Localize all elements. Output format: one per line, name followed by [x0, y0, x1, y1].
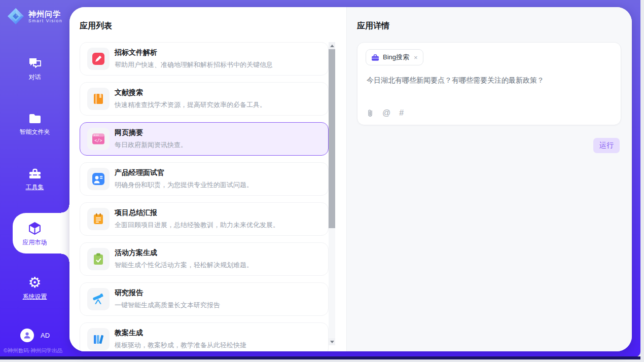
attachment-icon[interactable]: [367, 108, 374, 118]
app-detail-panel: 应用详情 Bing搜索 × 今日湖北有哪些新闻要点？有哪些需要关注的最新政策？: [346, 7, 632, 351]
app-item-title: 产品经理面试官: [115, 168, 253, 177]
main-content: 应用列表 招标文件解析 帮助用户快速、准确地理解和解析招标书中的关键信息: [69, 7, 632, 351]
sidebar-item-toolset[interactable]: 工具集: [0, 167, 69, 192]
diamond-logo-icon: [7, 8, 24, 25]
gear-icon: ⚙: [28, 275, 42, 289]
brand-logo: 神州问学 Smart Vision: [7, 8, 62, 25]
window-bottom-edge: [0, 356, 640, 359]
app-list-panel: 应用列表 招标文件解析 帮助用户快速、准确地理解和解析招标书中的关键信息: [69, 7, 346, 351]
app-item-desc: 每日政府新闻资讯快查。: [115, 140, 187, 150]
app-item-title: 教案生成: [115, 329, 246, 338]
app-item-desc: 模板驱动，教案秒成，教学准备从此轻松快捷: [115, 341, 246, 350]
brand-subtitle: Smart Vision: [28, 18, 62, 23]
svg-text:</>: </>: [94, 138, 102, 143]
copyright-footer: ©神州数码·神州问学出品: [4, 347, 69, 354]
scrollbar-thumb[interactable]: [329, 49, 335, 228]
app-item-bid-analysis[interactable]: 招标文件解析 帮助用户快速、准确地理解和解析招标书中的关键信息: [80, 42, 329, 76]
sidebar-item-label: 工具集: [26, 183, 44, 192]
app-item-lesson-plan[interactable]: 教案生成 模板驱动，教案秒成，教学准备从此轻松快捷: [80, 322, 329, 351]
tool-chip-label: Bing搜索: [383, 53, 409, 62]
bubble-concave-top: [61, 205, 69, 213]
run-button[interactable]: 运行: [593, 138, 620, 153]
scroll-down-icon[interactable]: [329, 338, 335, 345]
close-icon[interactable]: ×: [414, 54, 418, 61]
sidebar-item-label: 系统设置: [23, 293, 47, 301]
app-detail-title: 应用详情: [357, 21, 389, 31]
sidebar-item-settings[interactable]: ⚙ 系统设置: [0, 275, 69, 301]
folder-icon: [28, 113, 42, 125]
sidebar-item-smart-folder[interactable]: 智能文件夹: [0, 113, 69, 136]
cube-icon: [28, 222, 42, 235]
app-item-literature-search[interactable]: 文献搜索 快速精准查找学术资源，提高研究效率的必备工具。: [80, 82, 329, 116]
app-item-title: 招标文件解析: [115, 48, 273, 57]
user-account[interactable]: AD: [20, 329, 50, 342]
input-toolbar: @ #: [367, 108, 404, 118]
app-item-project-summary[interactable]: 项目总结汇报 全面回顾项目进展，总结经验教训，助力未来优化发展。: [80, 202, 329, 236]
brand-name: 神州问学: [28, 10, 62, 18]
app-item-title: 文献搜索: [115, 88, 266, 97]
tool-chip-bing-search[interactable]: Bing搜索 ×: [366, 49, 423, 65]
avatar: [20, 329, 34, 342]
user-initials: AD: [41, 332, 50, 339]
app-item-title: 网页摘要: [115, 128, 187, 137]
sidebar-item-chat[interactable]: 对话: [0, 57, 69, 82]
mention-icon[interactable]: @: [382, 109, 390, 117]
app-item-desc: 全面回顾项目进展，总结经验教训，助力未来优化发展。: [115, 221, 279, 230]
scroll-up-icon[interactable]: [329, 42, 335, 49]
sidebar-item-label: 智能文件夹: [20, 128, 50, 136]
app-item-research-report[interactable]: 研究报告 一键智能生成高质量长文本研究报告: [80, 282, 329, 316]
sidebar-item-label: 应用市场: [23, 238, 47, 247]
interviewer-icon: [87, 168, 110, 190]
book-icon: [87, 88, 110, 110]
browser-code-icon: </>: [87, 128, 110, 150]
app-item-desc: 智能生成个性化活动方案，轻松解决规划难题。: [115, 261, 253, 270]
app-item-web-summary[interactable]: </> 网页摘要 每日政府新闻资讯快查。: [80, 122, 329, 156]
app-list-title: 应用列表: [80, 21, 112, 31]
app-item-activity-plan[interactable]: 活动方案生成 智能生成个性化活动方案，轻松解决规划难题。: [80, 242, 329, 276]
app-item-desc: 一键智能生成高质量长文本研究报告: [115, 301, 220, 310]
sidebar-item-label: 对话: [29, 73, 41, 82]
person-icon: [23, 331, 31, 340]
toolbox-icon: [28, 167, 42, 180]
query-card: Bing搜索 × 今日湖北有哪些新闻要点？有哪些需要关注的最新政策？ @ #: [357, 42, 621, 125]
books-icon: [87, 328, 110, 350]
hash-icon[interactable]: #: [399, 109, 404, 117]
telescope-icon: [87, 288, 110, 310]
query-input[interactable]: 今日湖北有哪些新闻要点？有哪些需要关注的最新政策？: [367, 75, 612, 85]
app-item-desc: 帮助用户快速、准确地理解和解析招标书中的关键信息: [115, 60, 273, 69]
notepad-icon: [87, 208, 110, 230]
bubble-concave-bottom: [61, 254, 69, 262]
chat-icon: [28, 57, 42, 70]
scrollbar[interactable]: [329, 42, 335, 345]
app-item-pm-interviewer[interactable]: 产品经理面试官 明确身份和职责，为您提供专业性的面试问题。: [80, 162, 329, 196]
app-item-title: 项目总结汇报: [115, 208, 279, 218]
briefcase-icon: [371, 54, 379, 61]
edit-icon: [87, 48, 110, 70]
sidebar: 神州问学 Smart Vision 对话 智能文件夹: [0, 0, 69, 356]
app-list: 招标文件解析 帮助用户快速、准确地理解和解析招标书中的关键信息 文献搜索: [80, 42, 329, 351]
clipboard-check-icon: [87, 248, 110, 270]
sidebar-item-app-market[interactable]: 应用市场: [0, 222, 69, 247]
app-item-desc: 快速精准查找学术资源，提高研究效率的必备工具。: [115, 100, 266, 110]
app-item-title: 活动方案生成: [115, 248, 253, 258]
app-item-title: 研究报告: [115, 288, 220, 298]
app-item-desc: 明确身份和职责，为您提供专业性的面试问题。: [115, 180, 253, 190]
